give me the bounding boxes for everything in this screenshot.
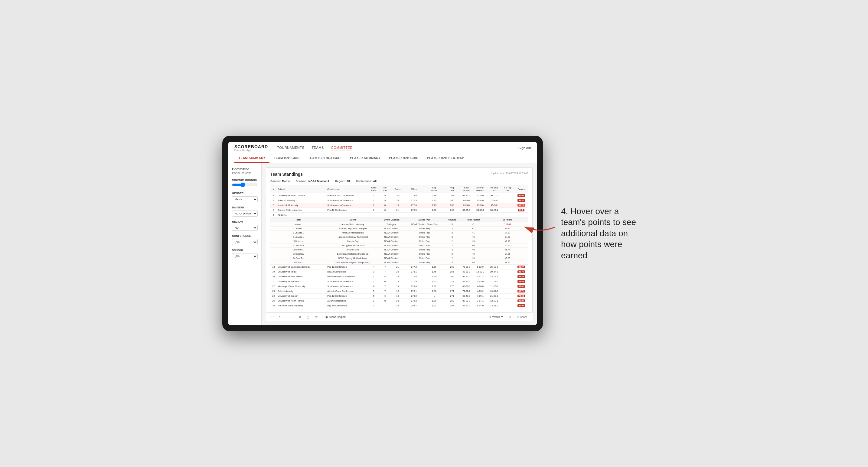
standings-table: # School Conference ConfRank NoTour Rnds…: [270, 185, 528, 308]
cell-event-div: NCAA Division I: [379, 248, 404, 252]
table-row[interactable]: 22 Mississippi State University Southeas…: [270, 284, 528, 289]
cell-points[interactable]: 88.49: [515, 274, 528, 279]
cell-conf-rank: 5: [368, 294, 379, 299]
cell-vs-top25: 11-23-0: [487, 284, 501, 289]
cell-rounds: 3: [444, 231, 459, 235]
watch-button[interactable]: 👁 Watch ▼: [488, 315, 504, 319]
cell-rounds: 2: [444, 244, 459, 248]
tab-team-h2h-heatmap[interactable]: TEAM H2H HEATMAP: [304, 154, 346, 163]
nav-committee[interactable]: COMMITTEE: [331, 145, 353, 151]
cell-vs-top50: [501, 274, 515, 279]
cell-points[interactable]: 83.07: [515, 264, 528, 270]
tab-player-h2h-grid[interactable]: PLAYER H2H GRID: [385, 154, 423, 163]
min-rounds-slider[interactable]: [232, 183, 258, 187]
cell-vs-top25: 45-5-0: [487, 203, 501, 208]
cell-points[interactable]: 80.94: [515, 303, 528, 308]
cell-rank: 26: [270, 303, 277, 308]
cell-rnds: 18: [391, 289, 404, 294]
cell-overall: 33-19-1: [473, 208, 487, 213]
cell-event-type: Stroke Play: [404, 248, 444, 252]
table-row[interactable]: 3 Vanderbilt University Southeastern Con…: [270, 203, 528, 208]
cell-points[interactable]: 88.70: [515, 270, 528, 274]
table-row[interactable]: 19 University of Texas Big 12 Conference…: [270, 270, 528, 274]
cell-points[interactable]: 88.71: [515, 289, 528, 294]
cell-event-div: NCAA Division I: [379, 256, 404, 260]
expanded-row: 12 Univers... Williams Cup NCAA Division…: [270, 248, 528, 252]
view-original-button[interactable]: ▣ View: Original: [326, 315, 346, 318]
cell-points[interactable]: 90.20: [515, 203, 528, 208]
cell-points[interactable]: 83.81: [515, 284, 528, 289]
cell-vs-top25: 32-19-2: [487, 274, 501, 279]
clipboard-button[interactable]: 📋: [305, 315, 311, 319]
cell-avg-sg: 262: [444, 193, 459, 198]
table-row[interactable]: 5 Texas T...: [270, 213, 528, 217]
cell-no-tour: 7: [379, 270, 391, 274]
school-select[interactable]: (All): [232, 253, 258, 259]
cell-points[interactable]: 88.48: [515, 279, 528, 284]
table-row[interactable]: 18 University of California, Berkeley Pa…: [270, 264, 528, 270]
nav-tournaments[interactable]: TOURNAMENTS: [277, 145, 304, 151]
download-button[interactable]: ⊞: [507, 315, 512, 319]
undo-button[interactable]: ↩: [270, 315, 275, 319]
cell-team: 11 Florida I: [270, 244, 326, 248]
points-badge: 80.94: [518, 304, 525, 307]
division-select[interactable]: NCAA Division I: [232, 211, 258, 217]
cell-vs-top25: 13-21-0: [487, 303, 501, 308]
table-row[interactable]: 24 University of Oregon Pac-12 Conferenc…: [270, 294, 528, 299]
cell-event: The Cypress Point Classic: [326, 244, 379, 248]
cell-points[interactable]: 97.02: [515, 193, 528, 198]
col-vs-top50: Vs Top50: [501, 185, 515, 193]
share-button[interactable]: ↗ Share: [515, 315, 528, 319]
cell-team: Univers...: [270, 222, 326, 226]
tab-team-h2h-grid[interactable]: TEAM H2H GRID: [270, 154, 304, 163]
gender-select[interactable]: Men's: [232, 196, 258, 203]
cell-points[interactable]: 83.89: [515, 299, 528, 303]
cell-rank: 25: [270, 299, 277, 303]
table-row[interactable]: 23 Duke University Atlantic Coast Confer…: [270, 289, 528, 294]
table-row[interactable]: 1 University of North Carolina Atlantic …: [270, 193, 528, 198]
sign-out-button[interactable]: Sign out: [517, 146, 531, 150]
conference-select[interactable]: (All): [232, 239, 258, 245]
tab-team-summary[interactable]: TEAM SUMMARY: [235, 154, 270, 163]
report-header: Team Standings Update time: 13/03/2024 1…: [270, 172, 528, 177]
cell-wins: 278.0: [404, 294, 424, 299]
sidebar-label-min-rounds: Minimum Rounds: [232, 179, 258, 182]
sidebar-section-division: Division NCAA Division I: [232, 206, 258, 217]
cell-conference: Big 12 Conference: [326, 270, 368, 274]
cell-school: Vanderbilt University: [277, 203, 327, 208]
view-icon: ▣: [326, 315, 328, 318]
tab-player-h2h-heatmap[interactable]: PLAYER H2H HEATMAP: [423, 154, 468, 163]
cell-points[interactable]: 79.5: [515, 208, 528, 213]
expanded-row: 14 East Ter OFCC Fighting Illini Invitat…: [270, 256, 528, 260]
nav-teams[interactable]: TEAMS: [311, 145, 323, 151]
main-content: Team Standings Update time: 13/03/2024 1…: [261, 163, 537, 325]
cell-low-score: 42-20-0: [459, 279, 473, 284]
table-row[interactable]: 26 The Ohio State University Big Ten Con…: [270, 303, 528, 308]
cell-rnds: 21: [391, 208, 404, 213]
table-row[interactable]: 25 University of North Florida ASUN Conf…: [270, 299, 528, 303]
sidebar-title: Committee: [232, 167, 258, 171]
cell-team: 8 Univers...: [270, 231, 326, 235]
cell-points[interactable]: 74.54: [515, 294, 528, 299]
cell-rank-impact: +0: [459, 260, 487, 264]
col-conference: Conference: [326, 185, 368, 193]
region-select[interactable]: N/A: [232, 225, 258, 231]
cell-rank-impact: +0: [459, 248, 487, 252]
back-button[interactable]: ←: [286, 315, 291, 319]
redo-button[interactable]: ↪: [278, 315, 283, 319]
tab-player-summary[interactable]: PLAYER SUMMARY: [346, 154, 385, 163]
cell-rank-impact: +3: [459, 252, 487, 256]
cell-rank-impact: +3: [459, 256, 487, 260]
table-row[interactable]: 4 Arizona State University Pac-12 Confer…: [270, 208, 528, 213]
table-row[interactable]: 20 University of New Mexico Mountain Wes…: [270, 274, 528, 279]
copy-button[interactable]: ⊞: [297, 315, 302, 319]
timer-button[interactable]: ⏱: [314, 315, 319, 319]
cell-conf-rank: 4: [368, 264, 379, 270]
cell-adj-score: 1.22: [424, 303, 445, 308]
cell-rank: 24: [270, 294, 277, 299]
cell-points[interactable]: 93.31: [515, 198, 528, 203]
table-row[interactable]: 21 University of Alabama Southeastern Co…: [270, 279, 528, 284]
cell-conference: Pac-12 Conference: [326, 294, 368, 299]
table-row[interactable]: 2 Auburn University Southeastern Confere…: [270, 198, 528, 203]
points-badge: 83.07: [518, 266, 525, 268]
